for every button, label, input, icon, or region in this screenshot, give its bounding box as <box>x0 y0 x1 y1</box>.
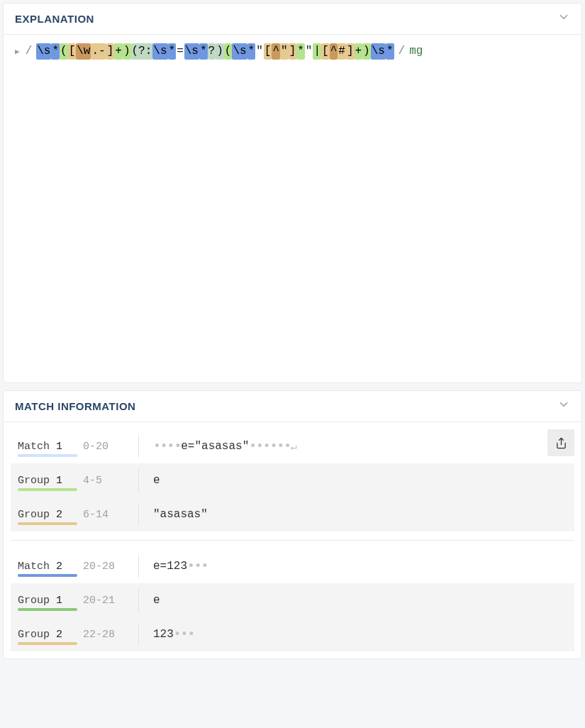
row-range: 6-14 <box>83 509 138 521</box>
match-info-header[interactable]: MATCH INFORMATION <box>4 391 581 422</box>
regex-token[interactable]: \s <box>152 43 167 60</box>
row-range: 22-28 <box>83 629 138 641</box>
regex-token[interactable]: ? <box>208 43 216 60</box>
whitespace-dots: ••• <box>174 628 194 641</box>
export-button[interactable] <box>547 429 574 456</box>
regex-token[interactable]: ^ <box>330 43 338 60</box>
regex-flags: mg <box>409 45 423 57</box>
match-info-title: MATCH INFORMATION <box>15 400 135 412</box>
regex-token[interactable]: ( <box>224 43 233 60</box>
row-label: Match 1 <box>18 441 83 453</box>
color-underline <box>18 574 77 577</box>
explanation-panel: EXPLANATION ▶ / \s*([\w.-]+)(?:\s*=\s*?)… <box>3 3 582 383</box>
regex-token[interactable]: ) <box>216 43 224 60</box>
regex-token[interactable]: [ <box>264 43 272 60</box>
match-info-panel: MATCH INFORMATION Match 10-20••••e="asas… <box>3 390 582 659</box>
regex-token[interactable]: ] <box>346 43 355 60</box>
regex-token[interactable]: ^ <box>272 43 280 60</box>
regex-token[interactable]: \s <box>232 43 247 60</box>
regex-token[interactable]: = <box>176 43 184 60</box>
export-icon <box>555 437 567 449</box>
row-label: Group 2 <box>18 629 83 641</box>
row-range: 20-21 <box>83 595 138 607</box>
match-text: 123 <box>153 628 174 641</box>
expand-toggle-icon[interactable]: ▶ <box>15 47 20 56</box>
regex-token[interactable]: * <box>51 43 60 60</box>
regex-token[interactable]: * <box>386 43 394 60</box>
whitespace-dots: •••• <box>153 440 181 453</box>
row-label: Group 1 <box>18 595 83 607</box>
match-text: e="asasas" <box>181 440 249 453</box>
match-content: 123••• <box>153 628 567 641</box>
regex-token[interactable]: \s <box>371 43 386 60</box>
divider <box>138 589 139 612</box>
match-row: Match 220-28e=123••• <box>11 549 574 583</box>
regex-token[interactable]: \s <box>36 43 51 60</box>
row-label: Group 1 <box>18 475 83 487</box>
regex-token[interactable]: .- <box>91 43 106 60</box>
match-content: "asasas" <box>153 508 567 521</box>
regex-token[interactable]: " <box>280 43 289 60</box>
regex-token[interactable]: ( <box>60 43 68 60</box>
regex-token[interactable]: ) <box>362 43 371 60</box>
divider <box>138 623 139 646</box>
group-row: Group 26-14"asasas" <box>11 497 574 531</box>
regex-token[interactable]: * <box>168 43 177 60</box>
regex-token[interactable]: * <box>247 43 256 60</box>
regex-delimiter-open: / <box>26 45 33 57</box>
regex-token[interactable]: ) <box>123 43 131 60</box>
match-text: e <box>153 474 160 487</box>
regex-tokens: \s*([\w.-]+)(?:\s*=\s*?)(\s*"[^"]*"|[^#]… <box>36 43 394 60</box>
regex-token[interactable]: + <box>355 43 363 60</box>
regex-token[interactable]: * <box>199 43 208 60</box>
color-underline <box>18 454 77 457</box>
color-underline <box>18 608 77 611</box>
row-range: 4-5 <box>83 475 138 487</box>
color-underline <box>18 522 77 525</box>
regex-token[interactable]: \s <box>184 43 199 60</box>
regex-token[interactable]: [ <box>321 43 330 60</box>
divider <box>138 435 139 458</box>
regex-expression: ▶ / \s*([\w.-]+)(?:\s*=\s*?)(\s*"[^"]*"|… <box>15 43 570 60</box>
explanation-title: EXPLANATION <box>15 13 94 25</box>
match-row: Match 10-20••••e="asasas"••••••↵ <box>11 429 574 463</box>
regex-token[interactable]: " <box>305 43 313 60</box>
match-info-body: Match 10-20••••e="asasas"••••••↵Group 14… <box>4 422 581 658</box>
regex-token[interactable]: ] <box>106 43 115 60</box>
color-underline <box>18 488 77 491</box>
match-text: "asasas" <box>153 508 208 521</box>
regex-token[interactable]: \w <box>76 43 91 60</box>
chevron-down-icon <box>557 11 570 27</box>
match-separator <box>11 540 574 541</box>
match-content: e <box>153 474 567 487</box>
newline-symbol: ↵ <box>291 440 297 453</box>
divider <box>138 503 139 526</box>
regex-token[interactable]: ] <box>289 43 297 60</box>
regex-token[interactable]: | <box>313 43 321 60</box>
whitespace-dots: •••••• <box>249 440 291 453</box>
match-text: e <box>153 594 160 607</box>
row-label: Group 2 <box>18 509 83 521</box>
divider <box>138 469 139 492</box>
match-content: e=123••• <box>153 560 567 573</box>
match-content: ••••e="asasas"••••••↵ <box>153 440 567 453</box>
regex-token[interactable]: [ <box>68 43 77 60</box>
explanation-header[interactable]: EXPLANATION <box>4 4 581 35</box>
match-content: e <box>153 594 567 607</box>
regex-token[interactable]: * <box>296 43 305 60</box>
regex-token[interactable]: " <box>255 43 264 60</box>
regex-token[interactable]: # <box>338 43 346 60</box>
regex-token[interactable]: (?: <box>131 43 153 60</box>
regex-token[interactable]: + <box>114 43 123 60</box>
match-text: e=123 <box>153 560 187 573</box>
group-row: Group 14-5e <box>11 463 574 497</box>
whitespace-dots: ••• <box>187 560 208 573</box>
color-underline <box>18 642 77 645</box>
explanation-body: ▶ / \s*([\w.-]+)(?:\s*=\s*?)(\s*"[^"]*"|… <box>4 35 581 382</box>
divider <box>138 555 139 578</box>
group-row: Group 120-21e <box>11 583 574 617</box>
row-range: 20-28 <box>83 561 138 573</box>
group-row: Group 222-28123••• <box>11 617 574 651</box>
regex-delimiter-close: / <box>399 45 406 57</box>
row-range: 0-20 <box>83 441 138 453</box>
